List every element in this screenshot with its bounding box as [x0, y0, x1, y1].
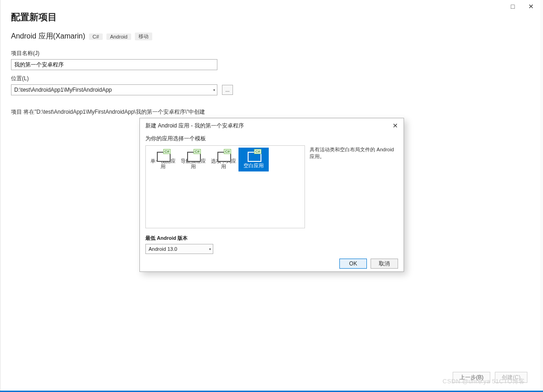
- template-icon: [186, 150, 200, 156]
- location-label: 位置(L): [11, 75, 532, 83]
- ok-button[interactable]: OK: [339, 259, 367, 269]
- tag-csharp: C#: [89, 33, 103, 40]
- close-icon[interactable]: ✕: [522, 0, 540, 13]
- template-single-view[interactable]: 单一视图应用: [148, 148, 178, 171]
- new-android-app-dialog: 新建 Android 应用 - 我的第一个安卓程序 ✕ 为你的应用选择一个模板 …: [139, 118, 404, 272]
- template-tabbed[interactable]: 选项卡式应用: [208, 148, 238, 171]
- location-value: D:\test\AndroidApp1\MyFirstAndroidApp: [14, 87, 112, 93]
- tag-android: Android: [106, 33, 131, 40]
- tag-mobile: 移动: [135, 33, 152, 40]
- dialog-instruction: 为你的应用选择一个模板: [145, 135, 398, 143]
- template-grid: 单一视图应用 导航抽屉应用 选项卡式应用 空白应用: [145, 145, 305, 228]
- min-version-combo[interactable]: Android 13.0 ▾: [145, 244, 213, 254]
- cancel-button[interactable]: 取消: [371, 259, 398, 269]
- dialog-close-icon[interactable]: ✕: [391, 121, 400, 130]
- template-icon: [156, 150, 170, 156]
- template-label: 空白应用: [244, 163, 264, 168]
- chevron-down-icon: ▾: [209, 247, 211, 251]
- project-name-input[interactable]: [11, 59, 217, 70]
- watermark: CSDN @uni卓ya 51CTO博客: [443, 377, 525, 386]
- maximize-icon[interactable]: □: [504, 0, 522, 13]
- chevron-down-icon: ▾: [213, 88, 215, 92]
- location-combo[interactable]: D:\test\AndroidApp1\MyFirstAndroidApp ▾: [11, 84, 217, 95]
- project-name-label: 项目名称(J): [11, 50, 532, 57]
- template-blank[interactable]: 空白应用: [238, 148, 269, 171]
- project-path-info: 项目 将在"D:\test\AndroidApp1\MyFirstAndroid…: [11, 108, 532, 116]
- min-version-label: 最低 Android 版本: [145, 235, 398, 242]
- browse-button[interactable]: ...: [222, 85, 233, 95]
- project-type: Android 应用(Xamarin): [11, 32, 85, 41]
- dialog-title: 新建 Android 应用 - 我的第一个安卓程序: [145, 122, 244, 130]
- min-version-value: Android 13.0: [149, 246, 177, 252]
- template-icon: [247, 150, 260, 161]
- template-nav-drawer[interactable]: 导航抽屉应用: [178, 148, 208, 171]
- window-controls: □ ✕: [504, 0, 540, 13]
- template-description: 具有活动类和空白布局文件的 Android 应用。: [309, 145, 398, 228]
- template-icon: [216, 150, 230, 156]
- page-title: 配置新项目: [11, 11, 532, 23]
